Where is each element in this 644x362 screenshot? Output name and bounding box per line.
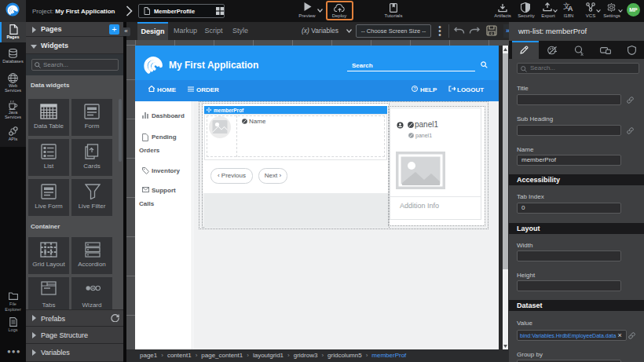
svg-text:A: A <box>568 5 573 12</box>
svg-text:?: ? <box>413 86 415 91</box>
